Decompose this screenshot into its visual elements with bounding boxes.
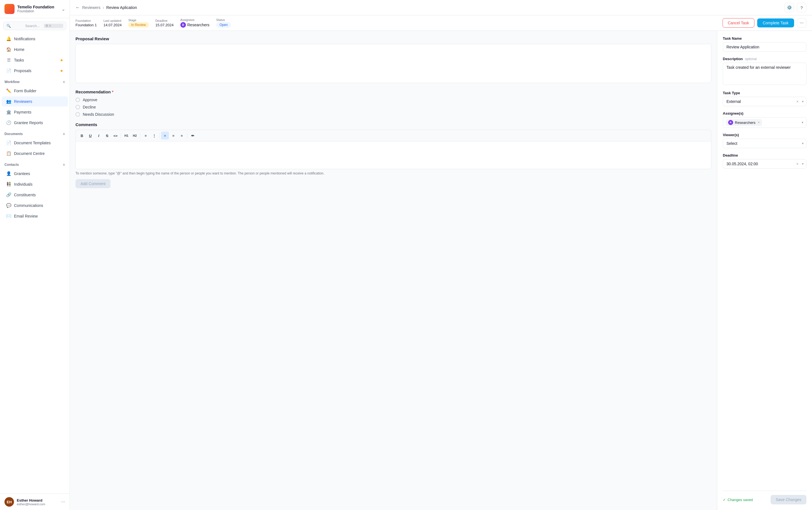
complete-task-button[interactable]: Complete Task: [757, 19, 794, 27]
search-box[interactable]: 🔍 Search... ⌘ K: [3, 22, 66, 30]
radio-group: Approve Decline Needs Discussion: [76, 97, 711, 117]
nav-document-centre[interactable]: 📋 Document Centre: [2, 148, 68, 159]
proposals-icon: 📄: [6, 68, 11, 73]
meta-bar: Foundation Foundation 1 Last updated 14.…: [70, 16, 812, 31]
toolbar-align-right[interactable]: ≡: [178, 132, 186, 140]
toolbar-bold[interactable]: B: [78, 132, 86, 140]
toolbar-italic[interactable]: I: [95, 132, 103, 140]
breadcrumb-parent[interactable]: Reviewers: [82, 5, 100, 10]
radio-label-needs-discussion: Needs Discussion: [83, 112, 114, 117]
add-comment-button[interactable]: Add Comment: [76, 179, 111, 188]
viewers-select[interactable]: Select: [723, 139, 806, 148]
toolbar-numbered[interactable]: ⋮: [150, 132, 158, 140]
help-icon-btn[interactable]: ?: [797, 3, 806, 12]
save-changes-button[interactable]: Save Changes: [771, 495, 806, 504]
toolbar-draw[interactable]: ✏: [189, 132, 197, 140]
nav-notifications[interactable]: 🔔 Notifications: [2, 34, 68, 44]
cancel-task-button[interactable]: Cancel Task: [723, 18, 754, 28]
toolbar-bullet[interactable]: ≡: [142, 132, 150, 140]
radio-label-decline: Decline: [83, 105, 96, 109]
nav-individuals[interactable]: 👫 Individuals: [2, 179, 68, 189]
nav-home[interactable]: 🏠 Home: [2, 45, 68, 55]
nav-email-review[interactable]: ✉️ Email Review: [2, 211, 68, 221]
nav-grantee-reports[interactable]: 🕐 Grantee Reports: [2, 118, 68, 128]
toolbar-align-left[interactable]: ≡: [161, 132, 169, 140]
contacts-collapse-icon[interactable]: ∧: [63, 163, 65, 167]
user-email: esther@howard.com: [17, 503, 58, 506]
toolbar-strikethrough[interactable]: S: [103, 132, 111, 140]
user-info: Esther Howard esther@howard.com: [17, 498, 58, 506]
nav-constituents[interactable]: 🔗 Constituents: [2, 190, 68, 200]
deadline-field: Deadline × ▾: [723, 153, 806, 169]
toolbar-h2[interactable]: H2: [131, 132, 139, 140]
stage-label: Stage: [128, 19, 149, 22]
meta-deadline: Deadline 15.07.2024: [155, 19, 174, 27]
assignee-tag-remove[interactable]: ×: [758, 120, 760, 124]
task-name-label: Task Name: [723, 36, 806, 40]
assignees-label: Assignees: [180, 18, 209, 22]
proposals-star: ★: [60, 68, 63, 73]
task-name-input[interactable]: [723, 42, 806, 52]
documents-collapse-icon[interactable]: ∧: [63, 132, 65, 136]
radio-label-approve: Approve: [83, 97, 97, 102]
deadline-value: 15.07.2024: [155, 23, 174, 27]
task-type-clear-icon[interactable]: ×: [796, 99, 799, 104]
tasks-star: ★: [60, 58, 63, 62]
deadline-clear-icon[interactable]: ×: [796, 162, 799, 166]
radio-circle-needs-discussion: [76, 112, 80, 117]
main-content: ← Reviewers › Review Aplication ⚙️ ? Fou…: [70, 0, 812, 510]
home-label: Home: [14, 47, 24, 52]
proposal-review-title: Proposal Review: [76, 36, 711, 41]
topbar: ← Reviewers › Review Aplication ⚙️ ?: [70, 0, 812, 16]
assignee-tag-avatar: R: [728, 120, 733, 125]
nav-proposals[interactable]: 📄 Proposals ★: [2, 66, 68, 76]
description-optional: optional: [745, 57, 757, 61]
toolbar-code[interactable]: <>: [112, 132, 119, 140]
radio-needs-discussion[interactable]: Needs Discussion: [76, 112, 711, 117]
nav-document-templates[interactable]: 📄 Document Templates: [2, 138, 68, 148]
nav-reviewers[interactable]: 👥 Reviewers: [2, 96, 68, 107]
nav-grantees[interactable]: 👤 Grantees: [2, 169, 68, 179]
settings-icon-btn[interactable]: ⚙️: [785, 3, 794, 12]
sidebar-collapse-icon[interactable]: ⌄: [61, 6, 65, 12]
sidebar-logo: Temelio Foundation Foundation: [4, 4, 54, 14]
assignee-tag-label: Researchers: [735, 120, 756, 125]
comment-editor[interactable]: [76, 141, 711, 169]
nav-payments[interactable]: 🏛️ Payments: [2, 107, 68, 117]
recommendation-title: Recommendation *: [76, 89, 711, 94]
toolbar-h1[interactable]: H1: [122, 132, 130, 140]
back-button[interactable]: ←: [76, 5, 80, 10]
assignees-value: Researchers: [187, 23, 209, 27]
task-type-select[interactable]: External: [723, 97, 806, 106]
radio-approve[interactable]: Approve: [76, 97, 711, 102]
toolbar-sep-1: [121, 133, 121, 138]
assignees-dropdown-icon[interactable]: ▾: [802, 120, 803, 124]
toolbar-sep-2: [140, 133, 140, 138]
more-options-button[interactable]: ⋯: [797, 18, 806, 28]
required-star: *: [112, 89, 114, 94]
toolbar-align-center[interactable]: ≡: [169, 132, 177, 140]
form-builder-label: Form Builder: [14, 89, 36, 93]
proposal-review-textarea[interactable]: [76, 44, 711, 83]
nav-tasks[interactable]: ☰ Tasks ★: [2, 55, 68, 65]
document-templates-label: Document Templates: [14, 141, 51, 145]
user-more-icon[interactable]: ⋯: [61, 500, 65, 504]
radio-decline[interactable]: Decline: [76, 105, 711, 109]
grantees-label: Grantees: [14, 171, 30, 176]
proposal-review-section: Proposal Review: [76, 36, 711, 84]
breadcrumb: ← Reviewers › Review Aplication: [76, 5, 782, 10]
documents-section-label: Documents ∧: [0, 128, 69, 138]
deadline-field-label: Deadline: [723, 153, 806, 158]
toolbar-underline[interactable]: U: [86, 132, 94, 140]
assignees-tag-wrapper[interactable]: R Researchers × ▾: [723, 117, 806, 128]
changes-saved-label: Changes saved: [728, 498, 753, 502]
changes-saved-indicator: ✓ Changes saved: [723, 498, 753, 502]
foundation-value: Foundation 1: [76, 23, 97, 27]
logo-text: Temelio Foundation Foundation: [17, 5, 54, 13]
workflow-collapse-icon[interactable]: ∧: [63, 80, 65, 84]
description-textarea[interactable]: Task created for an external reviewer: [723, 63, 806, 85]
nav-communications[interactable]: 💬 Communications: [2, 200, 68, 210]
nav-form-builder[interactable]: ✏️ Form Builder: [2, 86, 68, 96]
deadline-input[interactable]: [723, 159, 806, 169]
org-sub: Foundation: [17, 9, 54, 13]
